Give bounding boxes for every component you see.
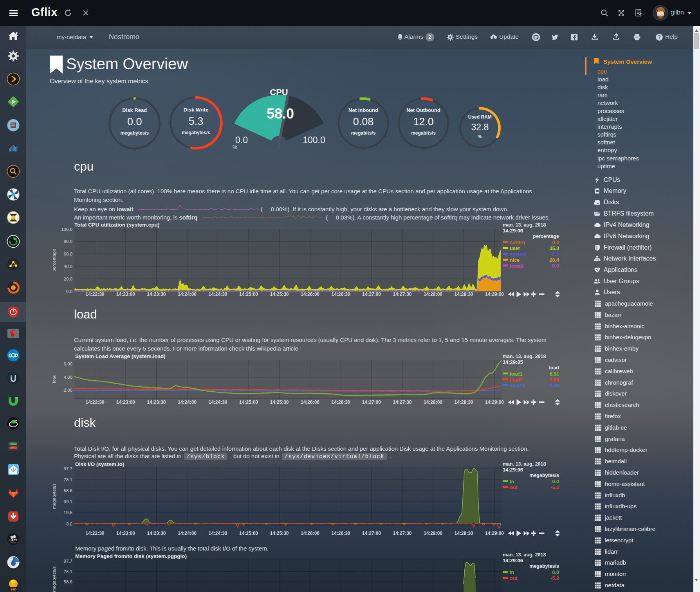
svg-text:out: out	[510, 576, 518, 581]
svg-text:78.1: 78.1	[64, 477, 72, 482]
svg-text:load1: load1	[510, 371, 523, 377]
svg-text:in: in	[510, 479, 514, 484]
svg-text:14:28:00: 14:28:00	[424, 531, 442, 536]
svg-text:14:22:30: 14:22:30	[85, 292, 104, 297]
svg-text:14:26:00: 14:26:00	[301, 292, 319, 297]
svg-text:Total CPU utilization (system.: Total CPU utilization (system.cpu)	[74, 222, 159, 228]
svg-text:14:28:00: 14:28:00	[424, 292, 442, 297]
svg-text:2.06: 2.06	[550, 383, 559, 389]
svg-text:man. 13. aug. 2018: man. 13. aug. 2018	[503, 462, 546, 467]
svg-text:14:25:00: 14:25:00	[239, 292, 258, 297]
svg-text:58.6: 58.6	[64, 488, 72, 493]
svg-text:14:25:30: 14:25:30	[270, 399, 289, 405]
svg-text:iowait: iowait	[510, 263, 524, 269]
svg-text:megabytes/s: megabytes/s	[182, 130, 210, 135]
svg-text:14:28:30: 14:28:30	[454, 292, 473, 297]
svg-text:14:22:30: 14:22:30	[85, 399, 104, 405]
svg-text:14:29:05: 14:29:05	[503, 359, 523, 365]
svg-text:Disk I/O (system.io): Disk I/O (system.io)	[75, 462, 124, 467]
svg-text:14:24:30: 14:24:30	[208, 292, 227, 297]
svg-text:39.1: 39.1	[64, 499, 72, 504]
svg-text:megabytes/s: megabytes/s	[529, 473, 559, 478]
svg-text:19.5: 19.5	[64, 510, 72, 515]
svg-text:percentage: percentage	[52, 249, 56, 272]
svg-text:megabytes/s: megabytes/s	[529, 563, 559, 569]
svg-text:0.0: 0.0	[552, 263, 559, 269]
svg-text:load15: load15	[510, 383, 525, 389]
svg-text:14:27:00: 14:27:00	[362, 292, 381, 297]
svg-text:58.6: 58.6	[64, 579, 72, 584]
svg-text:100.0: 100.0	[61, 227, 72, 232]
svg-text:-5.2: -5.2	[550, 576, 559, 581]
svg-text:Disk Write: Disk Write	[184, 107, 208, 113]
svg-text:6.51: 6.51	[550, 371, 559, 377]
svg-text:4.00: 4.00	[64, 375, 72, 380]
svg-text:14:26:00: 14:26:00	[301, 399, 319, 405]
svg-text:14:26:30: 14:26:30	[331, 292, 350, 297]
svg-text:97.7: 97.7	[64, 559, 72, 563]
svg-text:14:24:00: 14:24:00	[178, 531, 197, 536]
svg-text:load5: load5	[510, 377, 523, 383]
svg-text:14:25:00: 14:25:00	[239, 399, 258, 405]
svg-text:14:23:00: 14:23:00	[116, 531, 135, 536]
svg-text:14:28:30: 14:28:30	[454, 531, 473, 536]
svg-text:14:27:30: 14:27:30	[393, 399, 411, 405]
svg-text:user: user	[510, 246, 520, 251]
svg-text:Net Outbound: Net Outbound	[406, 107, 440, 113]
svg-text:14:23:30: 14:23:30	[147, 531, 166, 536]
svg-text:40.0: 40.0	[64, 264, 72, 269]
svg-text:14:24:00: 14:24:00	[178, 399, 197, 405]
svg-text:megabytes/s: megabytes/s	[120, 130, 149, 136]
svg-text:softirq: softirq	[510, 240, 525, 245]
svg-text:60.0: 60.0	[64, 252, 72, 256]
svg-text:-5.3: -5.3	[550, 485, 559, 490]
svg-text:5.3: 5.3	[189, 115, 204, 127]
svg-text:6.00: 6.00	[64, 362, 72, 366]
svg-text:%: %	[478, 135, 482, 139]
svg-text:14:26:00: 14:26:00	[301, 531, 319, 536]
svg-text:14:27:00: 14:27:00	[362, 399, 381, 405]
svg-text:58.0: 58.0	[267, 106, 294, 122]
svg-text:14:25:30: 14:25:30	[270, 531, 289, 536]
svg-text:man. 13. aug. 2018: man. 13. aug. 2018	[503, 354, 546, 359]
svg-text:megabits/s: megabits/s	[411, 130, 436, 136]
svg-text:97.7: 97.7	[64, 466, 72, 471]
svg-text:0.0: 0.0	[552, 479, 559, 484]
svg-text:20.0: 20.0	[64, 277, 72, 281]
svg-text:14:23:30: 14:23:30	[147, 399, 166, 405]
svg-text:0.0: 0.0	[552, 240, 559, 245]
svg-text:megabits/s: megabits/s	[351, 130, 376, 136]
svg-text:14:26:30: 14:26:30	[331, 531, 350, 536]
svg-text:0.0: 0.0	[66, 522, 72, 526]
svg-text:14:25:30: 14:25:30	[270, 292, 289, 297]
svg-text:14:23:30: 14:23:30	[147, 292, 166, 297]
svg-text:Net Inbound: Net Inbound	[348, 107, 378, 113]
svg-text:CPU: CPU	[270, 87, 288, 97]
svg-text:14:27:30: 14:27:30	[393, 531, 411, 536]
svg-text:14:29:00: 14:29:00	[485, 531, 504, 536]
svg-text:0.0: 0.0	[66, 289, 72, 294]
svg-text:load: load	[549, 365, 559, 371]
svg-text:20.4: 20.4	[550, 257, 559, 263]
svg-text:14:29:06: 14:29:06	[503, 467, 523, 473]
svg-text:Disk Read: Disk Read	[122, 107, 147, 113]
svg-text:System Load Average (system.lo: System Load Average (system.load)	[75, 353, 166, 359]
svg-text:0.0: 0.0	[552, 570, 559, 575]
svg-text:14:29:06: 14:29:06	[503, 558, 523, 563]
svg-text:14:27:00: 14:27:00	[362, 531, 381, 536]
svg-text:14:29:00: 14:29:00	[485, 292, 504, 297]
svg-text:14:23:00: 14:23:00	[116, 292, 135, 297]
svg-text:14:26:30: 14:26:30	[331, 399, 350, 405]
svg-text:14:25:00: 14:25:00	[239, 531, 258, 536]
svg-text:0.0: 0.0	[127, 116, 142, 128]
svg-text:megabytes/s: megabytes/s	[52, 566, 56, 592]
svg-text:78.1: 78.1	[64, 569, 72, 574]
svg-text:14:22:30: 14:22:30	[85, 531, 104, 536]
svg-text:35.3: 35.3	[550, 246, 559, 251]
svg-text:out: out	[510, 485, 518, 490]
svg-text:32.8: 32.8	[471, 122, 489, 132]
svg-text:nice: nice	[510, 257, 520, 263]
svg-text:14:23:00: 14:23:00	[116, 399, 135, 405]
svg-text:14:27:30: 14:27:30	[393, 292, 411, 297]
svg-text:load: load	[52, 374, 56, 383]
